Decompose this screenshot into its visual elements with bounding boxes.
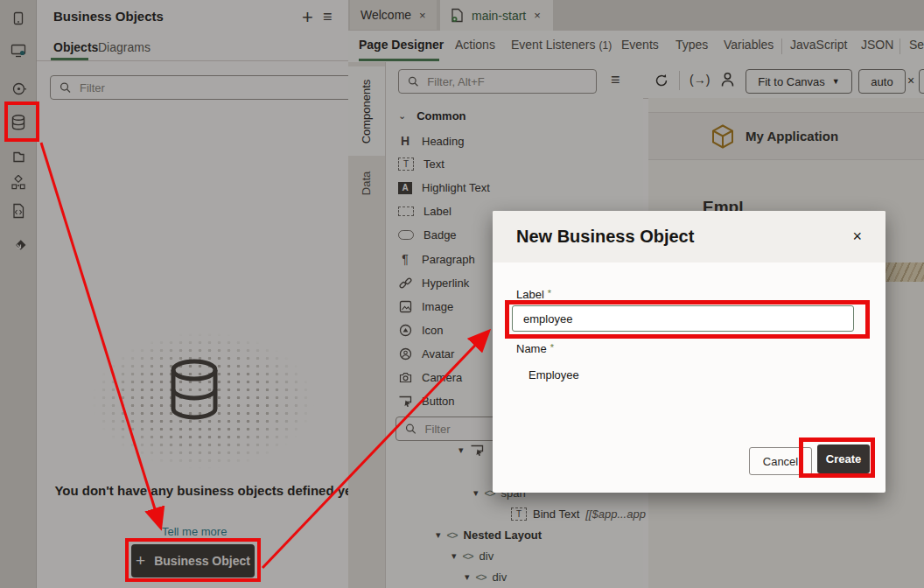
label-field-input[interactable] [512,305,854,332]
required-asterisk: * [548,288,551,298]
label-field-label: Label* [516,288,551,301]
name-field-value: Employee [528,368,579,382]
dialog-header: New Business Object × [493,211,886,262]
new-business-object-dialog: New Business Object × Label* Name* Emplo… [493,211,886,493]
create-button[interactable]: Create [817,444,870,473]
dialog-title: New Business Object [516,227,694,247]
name-field-label: Name* [516,342,554,355]
vbcs-window: Business Objects + ≡ Objects Diagrams Yo… [0,0,924,588]
required-asterisk: * [550,342,554,353]
cancel-button[interactable]: Cancel [749,447,812,475]
close-icon[interactable]: × [852,228,862,246]
